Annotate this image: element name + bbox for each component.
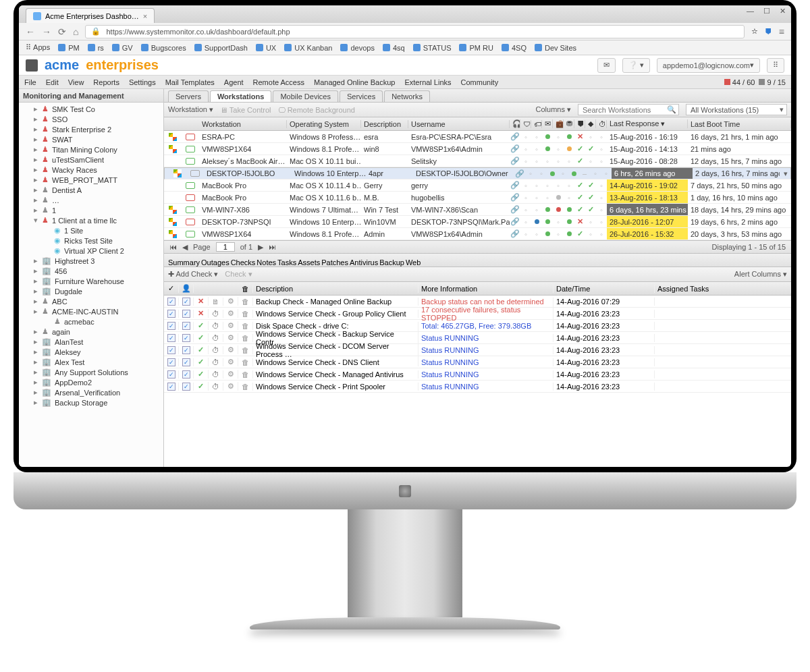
client-tree[interactable]: ▸♟SMK Test Co▸♟SSO▸♟Stark Enterprise 2▸♟… [19,103,163,467]
help-button[interactable]: ❔ ▾ [622,58,650,73]
detail-tab[interactable]: Outages [201,258,230,267]
tree-node[interactable]: ▸♟SMK Test Co [19,104,163,114]
tree-node[interactable]: ▸♟Stark Enterprise 2 [19,124,163,134]
detail-tab[interactable]: Notes [256,258,276,267]
bookmark-item[interactable]: PM [58,44,80,52]
menu-item[interactable]: Edit [46,78,59,86]
first-page[interactable]: ⏮ [169,243,177,251]
check-row[interactable]: ✓ ✓ ✓ ⏱ ⚙ 🗑 Windows Service Check - DNS … [164,356,791,368]
device-tab[interactable]: Networks [384,90,430,102]
ws-row[interactable]: MacBook Pro Mac OS X 10.11.4 b… Gerry ge… [164,179,791,192]
apps-icon[interactable]: ⠿ [767,58,784,73]
tree-node[interactable]: ▸🏢Highstreet 3 [19,256,163,266]
search-input[interactable] [578,104,679,115]
check-row[interactable]: ✓ ✓ ✕ ⏱ ⚙ 🗑 Windows Service Check - Grou… [164,308,791,320]
detail-tab[interactable]: Patches [321,258,348,267]
tree-node[interactable]: ▸♟again [19,327,163,337]
tree-node[interactable]: ◉Virtual XP Client 2 [19,246,163,256]
ws-row[interactable]: Aleksey´s MacBook Air… Mac OS X 10.11 bu… [164,155,791,167]
tree-node[interactable]: ▸♟Dentist A [19,185,163,195]
ws-row[interactable]: VMW8SP1X64 Windows 8.1 Profe… win8 VMW8S… [164,143,791,155]
menu-item[interactable]: Agent [224,78,244,86]
tree-node[interactable]: ▸🏢Aleksey [19,347,163,357]
menu-item[interactable]: File [24,78,36,86]
menu-item[interactable]: Remote Access [253,78,304,86]
detail-tab[interactable]: Summary [168,258,200,267]
ws-grid[interactable]: ESRA-PC Windows 8 Profess… esra Esra-PC\… [164,131,791,240]
page-input[interactable] [216,242,235,252]
bookmark-item[interactable]: UX Kanban [284,44,332,52]
menu-icon[interactable]: ≡ [779,26,784,37]
menu-item[interactable]: Reports [93,78,119,86]
add-check-menu[interactable]: ✚ Add Check ▾ [168,270,218,279]
url-field[interactable]: 🔒 https://www.systemmonitor.co.uk/dashbo… [85,25,744,38]
menu-item[interactable]: Mail Templates [165,78,215,86]
tree-node[interactable]: ◉1 Site [19,225,163,235]
search-workstations[interactable]: 🔍 [578,104,679,115]
ws-badge[interactable]: 9 / 15 [759,78,786,86]
account-button[interactable]: appdemo1@logicnow.com ▾ [657,58,760,73]
home-icon[interactable]: ⌂ [73,26,78,37]
close-icon[interactable]: × [143,12,147,20]
tree-node[interactable]: ▸♟SSO [19,114,163,124]
menu-item[interactable]: Settings [129,78,156,86]
tree-node[interactable]: ▸♟ACME-INC-AUSTIN [19,306,163,316]
bookmark-item[interactable]: GV [112,44,133,52]
tree-node[interactable]: ▸🏢456 [19,266,163,276]
detail-tab[interactable]: Antivirus [350,258,378,267]
bookmark-item[interactable]: SupportDash [194,44,248,52]
menu-item[interactable]: External Links [404,78,451,86]
maximize-button[interactable]: ☐ [763,7,770,16]
check-row[interactable]: ✓ ✓ ✓ ⏱ ⚙ 🗑 Windows Service Check - Prin… [164,381,791,393]
bookmark-item[interactable]: Bugscores [141,44,186,52]
check-row[interactable]: ✓ ✓ ✓ ⏱ ⚙ 🗑 Windows Service Check - DCOM… [164,344,791,356]
bookmark-item[interactable]: PM RU [459,44,493,52]
server-badge[interactable]: 44 / 60 [724,78,755,86]
shield-icon[interactable]: ⛊ [765,28,772,36]
check-row[interactable]: ✓ ✓ ✓ ⏱ ⚙ 🗑 Windows Service Check - Mana… [164,368,791,381]
bookmark-item[interactable]: 4SQ [502,44,526,52]
tree-node[interactable]: ▸♟Wacky Races [19,165,163,175]
tree-node[interactable]: ▸🏢AppDemo2 [19,377,163,387]
ws-row[interactable]: VMW8SP1X64 Windows 8.1 Profe… Admin VMW8… [164,228,791,240]
bookmark-item[interactable]: devops [340,44,374,52]
device-tab[interactable]: Mobile Devices [273,90,338,102]
last-page[interactable]: ⏭ [269,243,276,251]
ws-row[interactable]: DESKTOP-I5JOLBO Windows 10 Enterp… 4apr … [164,167,791,179]
tree-node[interactable]: ▸♟Titan Mining Colony [19,144,163,155]
close-button[interactable]: ✕ [780,7,786,16]
reload-icon[interactable]: ⟳ [58,26,66,37]
filter-select[interactable]: All Workstations (15) [686,104,787,115]
detail-tab[interactable]: Checks [231,258,256,267]
bookmark-item[interactable]: rs [88,44,104,52]
tree-node[interactable]: ▸🏢Any Support Solutions [19,367,163,377]
device-tab[interactable]: Services [340,90,383,102]
bookmark-apps[interactable]: ⠿ Apps [26,43,50,52]
workstation-menu[interactable]: Workstation ▾ [168,105,213,114]
tree-node[interactable]: ◉Ricks Test Site [19,235,163,246]
next-page[interactable]: ▶ [258,243,263,252]
ws-row[interactable]: VM-WIN7-X86 Windows 7 Ultimat… Win 7 Tes… [164,204,791,216]
menu-item[interactable]: Managed Online Backup [314,78,395,86]
alert-columns-menu[interactable]: Alert Columns ▾ [734,270,787,279]
ws-row[interactable]: MacBook Pro Mac OS X 10.11.6 b… M.B. hug… [164,192,791,204]
menu-item[interactable]: Community [461,78,499,86]
detail-tab[interactable]: Backup [379,258,404,267]
browser-tab[interactable]: Acme Enterprises Dashbo… × [26,8,155,23]
detail-tab[interactable]: Web [406,258,421,267]
bookmark-item[interactable]: 4sq [383,44,405,52]
device-tab[interactable]: Servers [168,90,209,102]
detail-tab[interactable]: Tasks [277,258,296,267]
checks-grid[interactable]: ✓ ✓ ✕ 🗎 ⚙ 🗑 Backup Check - Managed Onlin… [164,296,791,393]
back-icon[interactable]: ← [26,26,35,37]
tree-node[interactable]: ▸🏢Furniture Warehouse [19,276,163,286]
tree-node[interactable]: ▸♟uTestSamClient [19,155,163,165]
ws-row[interactable]: ESRA-PC Windows 8 Profess… esra Esra-PC\… [164,131,791,143]
bookmark-item[interactable]: Dev Sites [535,44,576,52]
prev-page[interactable]: ◀ [182,243,188,252]
tree-node[interactable]: ▸♟SWAT [19,134,163,144]
tree-node[interactable]: ▸🏢Arsenal_Verification [19,387,163,397]
bookmark-item[interactable]: UX [256,44,276,52]
tree-node[interactable]: ▾♟1 Client at a time llc [19,215,163,225]
tree-node[interactable]: ▸🏢Dugdale [19,286,163,296]
